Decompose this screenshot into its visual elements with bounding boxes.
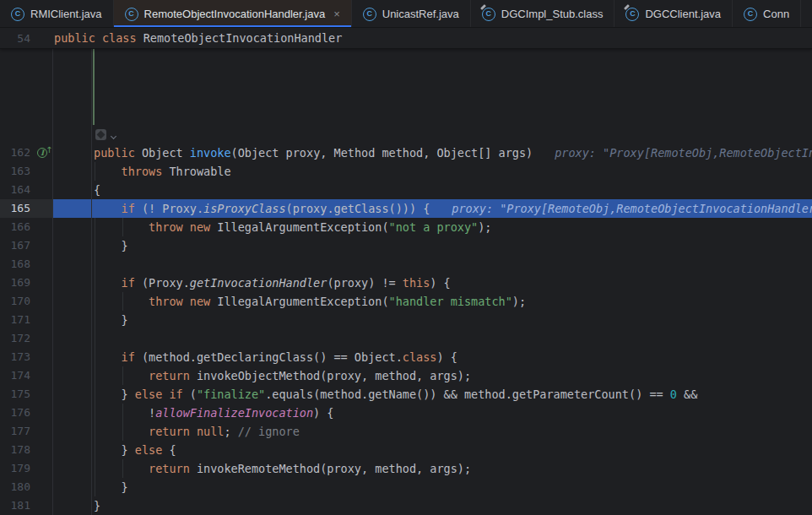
code-token: ( (183, 388, 197, 401)
code-text[interactable]: if (method.getDeclaringClass() == Object… (92, 348, 812, 366)
line-number[interactable]: 168 (0, 255, 37, 274)
line-number[interactable]: 176 (0, 404, 37, 422)
code-text[interactable]: } (92, 496, 812, 515)
code-line[interactable]: 171 } (0, 311, 812, 329)
gutter-strip[interactable] (52, 404, 92, 422)
code-text[interactable]: throws Throwable (92, 162, 812, 181)
code-text[interactable]: } else if ("finalize".equals(method.getN… (92, 385, 812, 404)
gutter-strip[interactable] (52, 496, 92, 515)
gutter-strip[interactable] (52, 181, 92, 199)
code-line[interactable]: 162I↑public Object invoke(Object proxy, … (0, 144, 812, 162)
code-token: } (94, 239, 128, 252)
code-text[interactable] (92, 329, 812, 348)
code-line[interactable]: 163 throws Throwable (0, 162, 812, 181)
sticky-class-header[interactable]: 54 public class RemoteObjectInvocationHa… (0, 28, 812, 49)
execution-point-line[interactable]: 165 if (! Proxy.isProxyClass(proxy.getCl… (0, 199, 812, 218)
code-line[interactable]: 167 } (0, 236, 812, 255)
code-text[interactable]: if (Proxy.getInvocationHandler(proxy) !=… (92, 274, 812, 292)
code-text[interactable]: !allowFinalizeInvocation) { (92, 404, 812, 422)
gem-widget-icon[interactable] (95, 129, 106, 140)
gutter-strip[interactable] (52, 236, 92, 255)
gutter-strip[interactable] (52, 422, 92, 441)
line-number[interactable]: 162 (0, 144, 37, 162)
gutter-strip[interactable] (52, 144, 92, 162)
line-number[interactable]: 181 (0, 496, 37, 515)
gutter-strip[interactable] (52, 385, 92, 404)
line-number[interactable]: 179 (0, 459, 37, 478)
code-line[interactable]: 178 } else { (0, 441, 812, 459)
code-text[interactable]: public Object invoke(Object proxy, Metho… (92, 144, 812, 162)
code-text[interactable]: throw new IllegalArgumentException("not … (92, 218, 812, 236)
code-text[interactable]: throw new IllegalArgumentException("hand… (92, 292, 812, 311)
code-editor[interactable]: 54 public class RemoteObjectInvocationHa… (0, 28, 812, 515)
editor-tab-unicastref-java[interactable]: CUnicastRef.java (352, 0, 471, 28)
gutter-strip[interactable] (52, 478, 92, 496)
line-number[interactable]: 170 (0, 292, 37, 311)
line-number[interactable]: 171 (0, 311, 37, 329)
code-text[interactable] (92, 255, 812, 274)
editor-tab-remoteobjectinvocationhandler-java[interactable]: CRemoteObjectInvocationHandler.java× (114, 0, 352, 28)
editor-tab-dgcimpl_stub-class[interactable]: CDGCImpl_Stub.class (471, 0, 615, 28)
code-text[interactable]: } else { (92, 441, 812, 459)
editor-tab-rmiclient-java[interactable]: CRMIClient.java (0, 0, 114, 28)
line-number[interactable]: 163 (0, 162, 37, 181)
code-text[interactable]: } (92, 311, 812, 329)
gutter-strip[interactable] (52, 292, 92, 311)
gutter-strip[interactable] (52, 127, 92, 144)
gutter-strip[interactable] (52, 329, 92, 348)
code-text[interactable]: return invokeObjectMethod(proxy, method,… (92, 366, 812, 385)
code-line[interactable]: 166 throw new IllegalArgumentException("… (0, 218, 812, 236)
code-line[interactable]: 168 (0, 255, 812, 274)
gutter-strip[interactable] (52, 366, 92, 385)
code-text[interactable]: } (92, 236, 812, 255)
code-line[interactable]: 176 !allowFinalizeInvocation) { (0, 404, 812, 422)
code-line[interactable]: 181} (0, 496, 812, 515)
code-token (94, 276, 122, 290)
line-number[interactable]: 178 (0, 441, 37, 459)
chevron-down-icon[interactable] (111, 133, 116, 139)
line-number[interactable]: 172 (0, 329, 37, 348)
line-number[interactable]: 177 (0, 422, 37, 441)
line-number[interactable]: 173 (0, 348, 37, 366)
gutter-strip[interactable] (52, 274, 92, 292)
gutter-strip[interactable] (52, 441, 92, 459)
code-line[interactable]: 180 } (0, 478, 812, 496)
code-text[interactable]: return null; // ignore (92, 422, 812, 441)
code-text[interactable]: } (92, 478, 812, 496)
gutter-strip[interactable] (52, 348, 92, 366)
code-token: ; (224, 425, 237, 438)
gutter-strip[interactable] (52, 311, 92, 329)
code-token: "finalize" (197, 388, 265, 401)
line-number[interactable]: 180 (0, 478, 37, 496)
gutter-strip[interactable] (52, 162, 92, 181)
code-line[interactable]: 173 if (method.getDeclaringClass() == Ob… (0, 348, 812, 366)
implementing-method-icon[interactable]: I↑ (37, 148, 52, 158)
code-line[interactable]: 174 return invokeObjectMethod(proxy, met… (0, 366, 812, 385)
code-line[interactable]: 177 return null; // ignore (0, 422, 812, 441)
editor-tab-conn[interactable]: CConn (733, 0, 801, 28)
gutter-strip[interactable] (52, 49, 92, 127)
code-line[interactable]: 169 if (Proxy.getInvocationHandler(proxy… (0, 274, 812, 292)
line-number[interactable]: 164 (0, 181, 37, 199)
line-number[interactable]: 167 (0, 236, 37, 255)
code-text[interactable]: { (92, 181, 812, 199)
line-number[interactable]: 175 (0, 385, 37, 404)
code-text[interactable]: return invokeRemoteMethod(proxy, method,… (92, 459, 812, 478)
code-token: IllegalArgumentException( (217, 295, 388, 308)
gutter-strip[interactable] (52, 255, 92, 274)
line-number[interactable]: 166 (0, 218, 37, 236)
line-number[interactable]: 169 (0, 274, 37, 292)
code-line[interactable]: 170 throw new IllegalArgumentException("… (0, 292, 812, 311)
code-line[interactable]: 175 } else if ("finalize".equals(method.… (0, 385, 812, 404)
code-line[interactable]: 179 return invokeRemoteMethod(proxy, met… (0, 459, 812, 478)
gutter-strip[interactable] (52, 459, 92, 478)
code-text[interactable]: if (! Proxy.isProxyClass(proxy.getClass(… (92, 199, 812, 218)
code-line[interactable]: 164{ (0, 181, 812, 199)
close-tab-icon[interactable]: × (333, 8, 340, 20)
editor-tab-dgcclient-java[interactable]: CDGCClient.java (614, 0, 733, 28)
gutter-strip[interactable] (52, 218, 92, 236)
gutter-strip[interactable] (52, 199, 92, 218)
code-line[interactable]: 172 (0, 329, 812, 348)
line-number[interactable]: 174 (0, 366, 37, 385)
line-number[interactable]: 165 (0, 199, 37, 218)
